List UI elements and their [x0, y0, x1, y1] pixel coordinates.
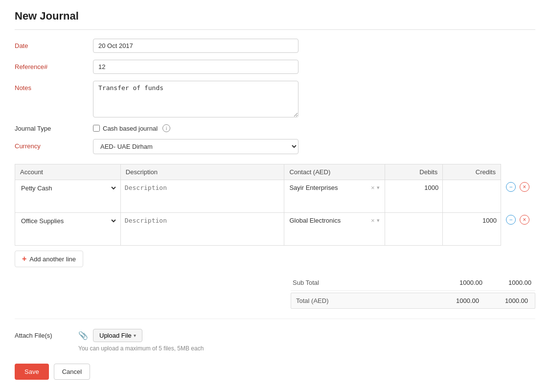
account-cell-2: Office Supplies — [15, 213, 121, 246]
totals-section: Sub Total 1000.00 1000.00 Total (AED) 10… — [15, 275, 535, 309]
notes-row: Notes Transfer of funds — [15, 81, 535, 117]
info-icon[interactable]: i — [162, 124, 170, 132]
debit-cell-1 — [385, 180, 443, 213]
reference-label: Reference# — [15, 60, 93, 70]
description-textarea-2[interactable] — [124, 215, 281, 242]
subtotal-label: Sub Total — [291, 279, 437, 286]
description-textarea-1[interactable] — [124, 182, 281, 209]
row-actions-1: − × — [501, 180, 535, 213]
col-credits: Credits — [443, 164, 501, 180]
subtotal-row: Sub Total 1000.00 1000.00 — [291, 275, 535, 291]
minus-icon-1[interactable]: − — [506, 182, 516, 192]
attach-label: Attach File(s) — [15, 332, 73, 339]
journal-type-row: Journal Type Cash based journal i — [15, 124, 535, 132]
cancel-button[interactable]: Cancel — [54, 364, 90, 380]
minus-icon-2[interactable]: − — [506, 215, 516, 225]
col-debits: Debits — [385, 164, 443, 180]
notes-textarea[interactable]: Transfer of funds — [93, 81, 298, 117]
contact-dropdown-1[interactable]: ▾ — [377, 184, 380, 191]
journal-table: Account Description Contact (AED) Debits… — [15, 164, 535, 246]
subtotal-debit: 1000.00 — [437, 279, 486, 286]
attach-hint: You can upload a maximum of 5 files, 5MB… — [78, 345, 535, 352]
row-actions-2: − × — [501, 213, 535, 246]
description-cell-1 — [120, 180, 284, 213]
attach-row: Attach File(s) 📎 Upload File ▾ — [15, 329, 535, 342]
cash-based-text: Cash based journal — [103, 125, 158, 132]
table-row: Office Supplies Global Electronics × ▾ — [15, 213, 535, 246]
save-button[interactable]: Save — [15, 364, 49, 380]
notes-label: Notes — [15, 81, 93, 92]
upload-btn-label: Upload File — [99, 332, 132, 339]
close-icon-2[interactable]: × — [520, 215, 529, 225]
credit-cell-2 — [443, 213, 501, 246]
journal-table-wrapper: Account Description Contact (AED) Debits… — [15, 164, 535, 246]
cash-based-label[interactable]: Cash based journal i — [93, 124, 170, 132]
col-description: Description — [120, 164, 284, 180]
col-account: Account — [15, 164, 121, 180]
total-row: Total (AED) 1000.00 1000.00 — [291, 293, 535, 309]
reference-input[interactable] — [93, 60, 298, 74]
contact-clear-2[interactable]: × — [371, 217, 375, 224]
col-contact: Contact (AED) — [284, 164, 385, 180]
currency-label: Currency — [15, 139, 93, 150]
total-credit: 1000.00 — [483, 297, 532, 304]
currency-select[interactable]: AED- UAE Dirham — [93, 139, 298, 154]
upload-file-button[interactable]: Upload File ▾ — [93, 329, 142, 342]
reference-row: Reference# — [15, 60, 535, 74]
date-row: Date — [15, 39, 535, 53]
credit-input-1[interactable] — [446, 182, 498, 193]
subtotal-credit: 1000.00 — [486, 279, 535, 286]
page-title: New Journal — [15, 10, 535, 30]
chevron-down-icon: ▾ — [134, 333, 136, 338]
table-header-row: Account Description Contact (AED) Debits… — [15, 164, 535, 180]
col-actions — [501, 164, 535, 180]
contact-cell-2: Global Electronics × ▾ — [284, 213, 385, 246]
close-icon-1[interactable]: × — [520, 182, 529, 192]
footer-actions: Save Cancel — [15, 364, 535, 380]
contact-dropdown-2[interactable]: ▾ — [377, 217, 380, 224]
date-input[interactable] — [93, 39, 298, 53]
account-select-2[interactable]: Office Supplies — [18, 215, 117, 227]
contact-value-1: Sayir Enterprises — [289, 184, 368, 191]
currency-row: Currency AED- UAE Dirham — [15, 139, 535, 154]
total-label: Total (AED) — [294, 297, 434, 304]
credit-input-2[interactable] — [446, 215, 498, 226]
contact-value-2: Global Electronics — [289, 217, 368, 224]
add-line-label: Add another line — [29, 255, 76, 263]
description-cell-2 — [120, 213, 284, 246]
plus-icon: + — [22, 254, 26, 263]
debit-input-1[interactable] — [388, 182, 440, 193]
table-row: Petty Cash Sayir Enterprises × ▾ — [15, 180, 535, 213]
paperclip-icon: 📎 — [78, 331, 88, 340]
account-cell-1: Petty Cash — [15, 180, 121, 213]
contact-clear-1[interactable]: × — [371, 184, 375, 191]
credit-cell-1 — [443, 180, 501, 213]
journal-form: Date Reference# Notes Transfer of funds … — [15, 39, 535, 154]
date-label: Date — [15, 39, 93, 49]
debit-input-2[interactable] — [388, 215, 440, 226]
cash-based-checkbox[interactable] — [93, 125, 100, 132]
contact-cell-1: Sayir Enterprises × ▾ — [284, 180, 385, 213]
attach-section: Attach File(s) 📎 Upload File ▾ You can u… — [15, 319, 535, 352]
debit-cell-2 — [385, 213, 443, 246]
journal-type-label: Journal Type — [15, 125, 93, 132]
account-select-1[interactable]: Petty Cash — [18, 182, 117, 194]
total-debit: 1000.00 — [434, 297, 483, 304]
add-line-button[interactable]: + Add another line — [15, 251, 83, 267]
